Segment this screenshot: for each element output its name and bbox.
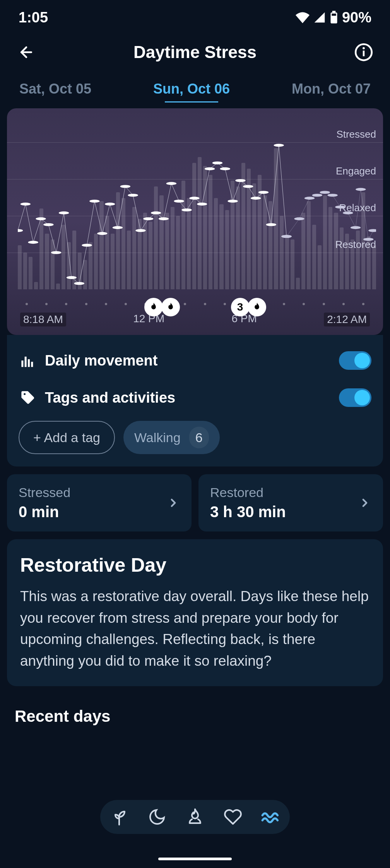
home-indicator[interactable] xyxy=(158,858,232,860)
timeline-dot xyxy=(105,303,107,305)
moon-icon xyxy=(148,808,166,826)
svg-point-43 xyxy=(294,217,304,220)
summary-row: Stressed 0 min Restored 3 h 30 min xyxy=(7,474,383,531)
flame-badge[interactable] xyxy=(144,298,163,316)
recent-days-heading: Recent days xyxy=(15,707,375,726)
stressed-value: 0 min xyxy=(19,503,70,521)
svg-point-38 xyxy=(258,191,269,194)
restored-label: Restored xyxy=(210,485,286,500)
timeline-dot xyxy=(303,303,305,305)
stressed-card[interactable]: Stressed 0 min xyxy=(7,474,192,531)
timeline-dot xyxy=(45,303,48,305)
count-badge[interactable]: 3 xyxy=(231,298,250,316)
tags-label: Tags and activities xyxy=(45,390,339,406)
daily-movement-toggle[interactable] xyxy=(339,351,371,370)
chevron-right-icon xyxy=(167,496,180,509)
timeline-dot xyxy=(184,303,186,305)
svg-point-12 xyxy=(59,212,69,215)
svg-point-51 xyxy=(356,188,366,191)
tag-label: Walking xyxy=(134,430,181,445)
nav-activity[interactable] xyxy=(184,806,206,828)
status-icons: 90% xyxy=(296,9,371,26)
timeline-dot xyxy=(26,303,28,305)
wave-icon xyxy=(261,807,281,827)
date-tabs: Sat, Oct 05 Sun, Oct 06 Mon, Oct 07 xyxy=(0,73,390,104)
timeline-dot xyxy=(204,303,206,305)
tag-buttons-row: + Add a tag Walking 6 xyxy=(19,421,371,454)
svg-point-17 xyxy=(97,232,107,235)
svg-point-9 xyxy=(36,217,46,220)
svg-point-19 xyxy=(113,226,123,229)
signal-icon xyxy=(313,12,326,23)
nav-heart[interactable] xyxy=(222,806,244,828)
chevron-right-icon xyxy=(358,496,371,509)
svg-point-5 xyxy=(363,47,365,50)
svg-point-21 xyxy=(128,194,138,197)
restored-card[interactable]: Restored 3 h 30 min xyxy=(198,474,383,531)
tab-prev-day[interactable]: Sat, Oct 05 xyxy=(19,81,91,97)
restored-value: 3 h 30 min xyxy=(210,503,286,521)
svg-point-23 xyxy=(143,217,153,220)
toggles-section: Daily movement Tags and activities + Add… xyxy=(7,335,383,466)
svg-point-25 xyxy=(159,217,169,220)
status-time: 1:05 xyxy=(19,9,48,26)
restorative-body: This was a restorative day overall. Days… xyxy=(20,586,370,672)
svg-point-29 xyxy=(189,197,199,200)
svg-point-48 xyxy=(335,205,345,208)
svg-point-7 xyxy=(21,203,31,206)
svg-point-36 xyxy=(243,185,253,188)
restorative-card: Restorative Day This was a restorative d… xyxy=(7,539,383,686)
svg-rect-2 xyxy=(332,14,336,16)
nav-sleep[interactable] xyxy=(146,806,168,828)
svg-point-52 xyxy=(363,238,373,241)
svg-point-6 xyxy=(18,229,23,232)
stress-chart-card: Stressed Engaged Relaxed Restored 3 8:18… xyxy=(7,108,383,335)
tags-toggle[interactable] xyxy=(339,388,371,407)
stress-chart[interactable]: Stressed Engaged Relaxed Restored xyxy=(7,142,383,289)
svg-point-26 xyxy=(166,182,176,185)
timeline-dot xyxy=(125,303,127,305)
info-button[interactable] xyxy=(353,41,375,63)
status-bar: 1:05 90% xyxy=(0,0,390,35)
tab-next-day[interactable]: Mon, Oct 07 xyxy=(292,81,371,97)
tag-count: 6 xyxy=(189,427,209,448)
bottom-nav xyxy=(100,800,290,834)
battery-icon xyxy=(330,11,338,24)
add-tag-button[interactable]: + Add a tag xyxy=(19,421,115,454)
svg-point-32 xyxy=(212,161,222,164)
svg-point-30 xyxy=(197,203,207,206)
time-axis: 8:18 AM 12 PM 6 PM 2:12 AM xyxy=(7,313,383,326)
back-button[interactable] xyxy=(15,41,37,63)
svg-rect-55 xyxy=(25,357,27,367)
flame-badge[interactable] xyxy=(161,298,180,316)
svg-point-20 xyxy=(120,185,130,188)
svg-point-49 xyxy=(343,212,353,215)
timeline-dot xyxy=(362,303,364,305)
wifi-icon xyxy=(296,12,310,23)
svg-point-50 xyxy=(351,226,361,229)
time-start: 8:18 AM xyxy=(20,313,66,326)
activity-badges-row: 3 xyxy=(7,289,383,313)
svg-point-10 xyxy=(43,223,53,226)
svg-point-27 xyxy=(174,200,184,203)
svg-rect-57 xyxy=(31,362,33,367)
svg-point-46 xyxy=(320,191,330,194)
zone-label-stressed: Stressed xyxy=(336,128,376,140)
timeline-dot xyxy=(224,303,226,305)
daily-movement-label: Daily movement xyxy=(45,352,339,369)
nav-stress[interactable] xyxy=(260,806,282,828)
svg-point-53 xyxy=(368,229,376,232)
svg-point-47 xyxy=(327,194,337,197)
svg-point-42 xyxy=(281,235,291,238)
tab-current-day[interactable]: Sun, Oct 06 xyxy=(153,81,230,97)
svg-point-31 xyxy=(205,167,215,171)
timeline-dot xyxy=(342,303,345,305)
svg-point-14 xyxy=(74,282,84,285)
nav-vitals[interactable] xyxy=(108,806,130,828)
timeline-dot xyxy=(283,303,285,305)
tag-walking[interactable]: Walking 6 xyxy=(123,421,220,454)
svg-point-11 xyxy=(51,251,61,254)
header-bar: Daytime Stress xyxy=(0,35,390,70)
stressed-label: Stressed xyxy=(19,485,70,500)
svg-point-8 xyxy=(28,241,38,244)
